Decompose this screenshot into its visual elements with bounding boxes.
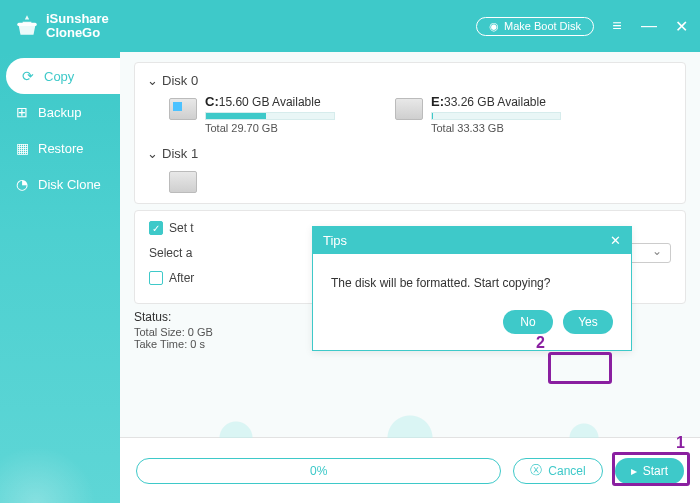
annotation-label-1: 1	[676, 434, 685, 452]
after-label: After	[169, 271, 194, 285]
partition-e[interactable]: E:33.26 GB Available Total 33.33 GB	[395, 94, 561, 134]
app-logo: iSunshare CloneGo	[14, 12, 109, 40]
cancel-button[interactable]: ⓧ Cancel	[513, 458, 602, 484]
sidebar-item-disk-clone[interactable]: ◔ Disk Clone	[0, 166, 120, 202]
dialog-yes-button[interactable]: Yes	[563, 310, 613, 334]
app-name: iSunshare CloneGo	[46, 12, 109, 40]
menu-icon[interactable]: ≡	[608, 17, 626, 35]
chevron-down-icon: ⌄	[147, 73, 158, 88]
annotation-box-1	[612, 452, 690, 486]
sidebar-item-label: Restore	[38, 141, 84, 156]
annotation-box-2	[548, 352, 612, 384]
select-label: Select a	[149, 246, 192, 260]
titlebar: iSunshare CloneGo ◉ Make Boot Disk ≡ — ✕	[0, 0, 700, 52]
set-label: Set t	[169, 221, 194, 235]
drive-icon	[395, 98, 423, 120]
sidebar-item-label: Backup	[38, 105, 81, 120]
partition-disk1[interactable]	[169, 167, 197, 193]
checkbox-after[interactable]	[149, 271, 163, 285]
refresh-icon: ⟳	[20, 68, 36, 84]
sidebar: ⟳ Copy ⊞ Backup ▦ Restore ◔ Disk Clone	[0, 52, 120, 503]
make-boot-disk-button[interactable]: ◉ Make Boot Disk	[476, 17, 594, 36]
checkbox-set[interactable]: ✓	[149, 221, 163, 235]
dialog-close-icon[interactable]: ✕	[610, 233, 621, 248]
sidebar-item-backup[interactable]: ⊞ Backup	[0, 94, 120, 130]
progress-bar: 0%	[136, 458, 501, 484]
tips-dialog: Tips ✕ The disk will be formatted. Start…	[312, 226, 632, 351]
svg-rect-0	[17, 23, 37, 26]
cancel-icon: ⓧ	[530, 462, 542, 479]
drive-icon	[169, 171, 197, 193]
plus-square-icon: ⊞	[14, 104, 30, 120]
grid-icon: ▦	[14, 140, 30, 156]
disk-list: ⌄ Disk 0 C:15.60 GB Available Total 29.7…	[134, 62, 686, 204]
dialog-title: Tips	[323, 233, 347, 248]
close-icon[interactable]: ✕	[672, 17, 690, 35]
dialog-titlebar: Tips ✕	[313, 227, 631, 254]
disk-0-header[interactable]: ⌄ Disk 0	[147, 69, 673, 92]
dialog-message: The disk will be formatted. Start copyin…	[313, 254, 631, 296]
partition-c[interactable]: C:15.60 GB Available Total 29.70 GB	[169, 94, 335, 134]
annotation-label-2: 2	[536, 334, 545, 352]
disk-1-header[interactable]: ⌄ Disk 1	[147, 142, 673, 165]
dialog-no-button[interactable]: No	[503, 310, 553, 334]
sidebar-item-label: Copy	[44, 69, 74, 84]
sidebar-item-label: Disk Clone	[38, 177, 101, 192]
sidebar-item-copy[interactable]: ⟳ Copy	[6, 58, 120, 94]
disk-icon: ◔	[14, 176, 30, 192]
windows-drive-icon	[169, 98, 197, 120]
logo-icon	[14, 13, 40, 39]
disc-icon: ◉	[489, 20, 499, 33]
chevron-down-icon: ⌄	[147, 146, 158, 161]
sidebar-item-restore[interactable]: ▦ Restore	[0, 130, 120, 166]
main-panel: ⌄ Disk 0 C:15.60 GB Available Total 29.7…	[120, 52, 700, 503]
minimize-icon[interactable]: —	[640, 17, 658, 35]
